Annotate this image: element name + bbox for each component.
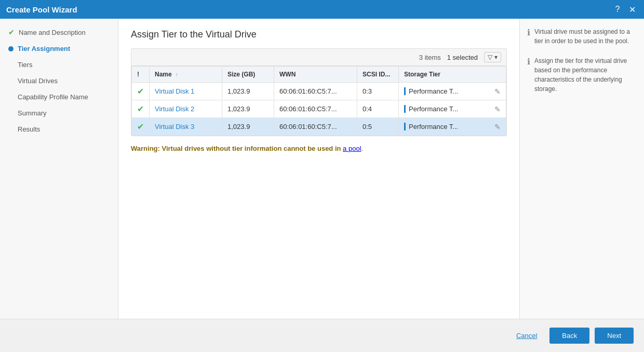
sidebar-item-tiers[interactable]: Tiers <box>0 57 118 73</box>
sidebar-item-tier-assignment[interactable]: Tier Assignment <box>0 41 118 57</box>
help-text-1: Virtual drive must be assigned to a tier… <box>534 27 637 46</box>
tier-cell: Performance T... ✎ <box>404 105 501 113</box>
items-count: 3 items <box>419 54 441 61</box>
help-text-2: Assign the tier for the virtual drive ba… <box>534 56 637 94</box>
table-row[interactable]: ✔ Virtual Disk 1 1,023.9 60:06:01:60:C5:… <box>132 83 506 100</box>
help-item-1: ℹ Virtual drive must be assigned to a ti… <box>527 27 637 46</box>
disk-name-link[interactable]: Virtual Disk 1 <box>155 87 194 95</box>
wizard-container: Create Pool Wizard ? ✕ ✔ Name and Descri… <box>0 0 644 352</box>
table-row[interactable]: ✔ Virtual Disk 2 1,023.9 60:06:01:60:C5:… <box>132 100 506 118</box>
row-name: Virtual Disk 3 <box>150 118 222 136</box>
status-ok-icon: ✔ <box>137 105 144 113</box>
tier-cell: Performance T... ✎ <box>404 87 501 96</box>
row-status: ✔ <box>132 83 150 100</box>
edit-tier-button[interactable]: ✎ <box>494 87 501 96</box>
check-icon: ✔ <box>8 28 15 36</box>
row-size: 1,023.9 <box>222 100 274 118</box>
sidebar-item-summary[interactable]: Summary <box>0 105 118 121</box>
warning-link[interactable]: a pool <box>343 145 361 152</box>
row-size: 1,023.9 <box>222 83 274 100</box>
close-button[interactable]: ✕ <box>626 4 638 15</box>
sidebar-item-label: Tiers <box>18 61 32 69</box>
tier-cell: Performance T... ✎ <box>404 123 501 131</box>
filter-dropdown-icon: ▾ <box>494 54 498 61</box>
sidebar-item-label: Results <box>18 125 40 133</box>
wizard-title: Create Pool Wizard <box>6 5 77 14</box>
status-ok-icon: ✔ <box>137 122 144 131</box>
wizard-header: Create Pool Wizard ? ✕ <box>0 0 644 19</box>
virtual-drives-table: ! Name ↑ Size (GB) WWN SCSI ID... Storag… <box>131 66 506 136</box>
tier-value: Performance T... <box>404 87 458 95</box>
page-title: Assign Tier to the Virtual Drive <box>131 29 507 40</box>
col-header-status: ! <box>132 67 150 83</box>
row-scsi: 0:4 <box>357 100 399 118</box>
table-toolbar: 3 items 1 selected ▽ ▾ <box>131 48 507 66</box>
row-wwn: 60:06:01:60:C5:7... <box>274 118 357 136</box>
tier-value: Performance T... <box>404 105 458 113</box>
table-row[interactable]: ✔ Virtual Disk 3 1,023.9 60:06:01:60:C5:… <box>132 118 506 136</box>
help-item-2: ℹ Assign the tier for the virtual drive … <box>527 56 637 94</box>
sidebar-item-label: Name and Description <box>19 29 86 36</box>
wizard-footer: Cancel Back Next <box>0 319 644 352</box>
header-actions: ? ✕ <box>612 4 638 15</box>
table-info: 3 items 1 selected ▽ ▾ <box>419 52 501 62</box>
col-header-size: Size (GB) <box>222 67 274 83</box>
row-status: ✔ <box>132 100 150 118</box>
sidebar-item-capability-profile[interactable]: Capability Profile Name <box>0 89 118 105</box>
back-button[interactable]: Back <box>549 328 589 344</box>
disk-name-link[interactable]: Virtual Disk 2 <box>155 105 194 113</box>
wizard-main-content: Assign Tier to the Virtual Drive 3 items… <box>118 19 519 319</box>
row-wwn: 60:06:01:60:C5:7... <box>274 100 357 118</box>
warning-message: Warning: Virtual drives without tier inf… <box>131 145 507 152</box>
wizard-sidebar: ✔ Name and Description Tier Assignment T… <box>0 19 118 319</box>
edit-tier-button[interactable]: ✎ <box>494 123 501 131</box>
dot-icon <box>8 46 14 51</box>
sidebar-item-label: Virtual Drives <box>18 77 58 85</box>
col-header-name[interactable]: Name ↑ <box>150 67 222 83</box>
col-header-wwn: WWN <box>274 67 357 83</box>
sidebar-item-label: Tier Assignment <box>18 45 70 53</box>
row-tier: Performance T... ✎ <box>399 118 506 136</box>
edit-tier-button[interactable]: ✎ <box>494 105 501 113</box>
sidebar-item-label: Summary <box>18 109 47 117</box>
sidebar-item-name-desc[interactable]: ✔ Name and Description <box>0 24 118 41</box>
sidebar-item-label: Capability Profile Name <box>18 93 88 101</box>
status-ok-icon: ✔ <box>137 87 144 96</box>
sidebar-item-virtual-drives[interactable]: Virtual Drives <box>0 73 118 89</box>
sidebar-item-results[interactable]: Results <box>0 121 118 137</box>
row-name: Virtual Disk 2 <box>150 100 222 118</box>
selected-count: 1 selected <box>447 54 478 61</box>
filter-button[interactable]: ▽ ▾ <box>484 52 501 62</box>
info-icon-1: ℹ <box>527 28 530 46</box>
info-icon-2: ℹ <box>527 57 530 94</box>
tier-value: Performance T... <box>404 123 458 131</box>
col-name-label: Name <box>155 71 172 78</box>
col-header-tier: Storage Tier <box>399 67 506 83</box>
help-panel: ℹ Virtual drive must be assigned to a ti… <box>519 19 644 319</box>
row-size: 1,023.9 <box>222 118 274 136</box>
col-header-scsi: SCSI ID... <box>357 67 399 83</box>
table-wrapper: ! Name ↑ Size (GB) WWN SCSI ID... Storag… <box>131 66 507 136</box>
row-scsi: 0:5 <box>357 118 399 136</box>
warning-suffix: . <box>361 145 364 152</box>
next-button[interactable]: Next <box>595 328 634 344</box>
cancel-button[interactable]: Cancel <box>509 329 544 343</box>
row-name: Virtual Disk 1 <box>150 83 222 100</box>
warning-prefix: Warning: Virtual drives without tier inf… <box>131 145 343 152</box>
row-tier: Performance T... ✎ <box>399 100 506 118</box>
row-wwn: 60:06:01:60:C5:7... <box>274 83 357 100</box>
filter-icon: ▽ <box>488 54 492 61</box>
wizard-body: ✔ Name and Description Tier Assignment T… <box>0 19 644 319</box>
disk-name-link[interactable]: Virtual Disk 3 <box>155 123 194 131</box>
row-scsi: 0:3 <box>357 83 399 100</box>
row-tier: Performance T... ✎ <box>399 83 506 100</box>
sort-icon: ↑ <box>176 72 178 77</box>
row-status: ✔ <box>132 118 150 136</box>
help-button[interactable]: ? <box>612 4 623 15</box>
